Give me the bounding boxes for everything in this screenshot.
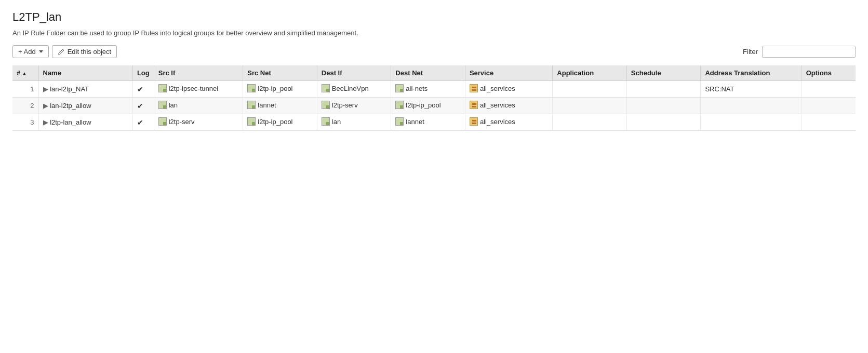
net-icon: [395, 84, 404, 92]
row-name-cell: ▶ lan-l2tp_allow: [38, 98, 132, 114]
cell-text: lannet: [406, 118, 424, 126]
row-srcnet-cell: l2tp-ip_pool: [243, 114, 317, 131]
col-header-name: Name: [38, 65, 132, 81]
service-icon: [470, 117, 478, 126]
col-header-address-translation: Address Translation: [701, 65, 802, 81]
col-header-srcnet: Src Net: [243, 65, 317, 81]
cell-icon-wrap: all_services: [470, 101, 515, 109]
cell-icon-wrap: lan: [322, 117, 341, 126]
row-options-cell: [802, 114, 856, 131]
row-number: 1: [12, 81, 38, 98]
net-icon: [247, 101, 256, 109]
add-button-label: + Add: [18, 48, 36, 56]
cell-icon-wrap: l2tp-serv: [158, 117, 195, 126]
edit-button[interactable]: Edit this object: [52, 45, 117, 58]
cell-text: all_services: [480, 118, 515, 126]
service-icon: [470, 101, 478, 109]
service-icon: [470, 84, 478, 92]
row-address-translation-cell: [701, 114, 802, 131]
row-destif-cell: lan: [317, 114, 391, 131]
cell-text: BeeLineVpn: [332, 85, 369, 92]
col-header-application: Application: [553, 65, 627, 81]
row-destif-cell: BeeLineVpn: [317, 81, 391, 98]
table-body: 1▶ lan-l2tp_NAT✔l2tp-ipsec-tunnell2tp-ip…: [12, 81, 856, 131]
row-options-cell: [802, 98, 856, 114]
row-schedule-cell: [626, 81, 701, 98]
cell-text: l2tp-ip_pool: [258, 85, 292, 92]
col-header-destif: Dest If: [317, 65, 391, 81]
row-application-cell: [553, 98, 627, 114]
col-header-hash[interactable]: #: [12, 65, 38, 81]
table-row[interactable]: 3▶ l2tp-lan_allow✔l2tp-servl2tp-ip_pooll…: [12, 114, 856, 131]
row-srcif-cell: lan: [154, 98, 243, 114]
row-srcnet-cell: lannet: [243, 98, 317, 114]
row-expand-icon[interactable]: ▶: [43, 118, 48, 126]
row-application-cell: [553, 81, 627, 98]
row-destif-cell: l2tp-serv: [317, 98, 391, 114]
cell-icon-wrap: l2tp-serv: [322, 101, 358, 109]
cell-text: lannet: [258, 101, 276, 109]
toolbar: + Add Edit this object Filter: [12, 45, 856, 58]
row-destnet-cell: l2tp-ip_pool: [391, 98, 465, 114]
filter-area: Filter: [743, 46, 856, 58]
cell-text: all_services: [480, 85, 515, 92]
rules-table: # Name Log Src If Src Net Dest If Dest N…: [12, 65, 856, 131]
row-name-cell: ▶ l2tp-lan_allow: [38, 114, 132, 131]
col-header-destnet: Dest Net: [391, 65, 465, 81]
row-destnet-cell: lannet: [391, 114, 465, 131]
add-button[interactable]: + Add: [12, 45, 49, 58]
page-title: L2TP_lan: [12, 10, 856, 24]
row-schedule-cell: [626, 114, 701, 131]
main-page: L2TP_lan An IP Rule Folder can be used t…: [0, 0, 868, 353]
log-checkmark: ✔: [137, 102, 143, 110]
cell-icon-wrap: lan: [158, 101, 178, 109]
net-icon: [322, 84, 330, 92]
row-service-cell: all_services: [465, 98, 552, 114]
row-name-cell: ▶ lan-l2tp_NAT: [38, 81, 132, 98]
cell-text: all-nets: [406, 85, 428, 92]
page-description: An IP Rule Folder can be used to group I…: [12, 29, 856, 37]
log-checkmark: ✔: [137, 85, 143, 93]
row-name-text: lan-l2tp_allow: [50, 102, 91, 110]
col-header-schedule: Schedule: [626, 65, 701, 81]
cell-text: l2tp-serv: [169, 118, 195, 126]
table-header: # Name Log Src If Src Net Dest If Dest N…: [12, 65, 856, 81]
table-row[interactable]: 1▶ lan-l2tp_NAT✔l2tp-ipsec-tunnell2tp-ip…: [12, 81, 856, 98]
net-icon: [158, 101, 167, 109]
row-expand-icon[interactable]: ▶: [43, 102, 48, 110]
filter-label: Filter: [743, 48, 758, 56]
row-service-cell: all_services: [465, 81, 552, 98]
toolbar-left: + Add Edit this object: [12, 45, 117, 58]
filter-input[interactable]: [762, 46, 856, 58]
add-dropdown-arrow-icon: [39, 50, 43, 53]
cell-text: l2tp-serv: [332, 101, 358, 109]
row-log-cell: ✔: [132, 81, 154, 98]
cell-text: l2tp-ip_pool: [406, 101, 440, 109]
col-header-srcif: Src If: [154, 65, 243, 81]
row-number: 3: [12, 114, 38, 131]
cell-icon-wrap: all_services: [470, 117, 515, 126]
row-application-cell: [553, 114, 627, 131]
row-destnet-cell: all-nets: [391, 81, 465, 98]
row-number: 2: [12, 98, 38, 114]
cell-icon-wrap: l2tp-ip_pool: [247, 117, 292, 126]
net-icon: [158, 117, 167, 126]
row-options-cell: [802, 81, 856, 98]
pencil-icon: [58, 48, 65, 56]
cell-text: lan: [332, 118, 341, 126]
cell-text: lan: [169, 101, 178, 109]
row-log-cell: ✔: [132, 114, 154, 131]
row-service-cell: all_services: [465, 114, 552, 131]
row-expand-icon[interactable]: ▶: [43, 85, 48, 93]
log-checkmark: ✔: [137, 118, 143, 127]
cell-icon-wrap: lannet: [247, 101, 276, 109]
cell-text: l2tp-ipsec-tunnel: [169, 85, 218, 92]
row-srcnet-cell: l2tp-ip_pool: [243, 81, 317, 98]
row-srcif-cell: l2tp-ipsec-tunnel: [154, 81, 243, 98]
net-icon: [322, 117, 330, 126]
cell-icon-wrap: l2tp-ip_pool: [247, 84, 292, 92]
cell-icon-wrap: l2tp-ipsec-tunnel: [158, 84, 218, 92]
net-icon: [395, 101, 404, 109]
table-row[interactable]: 2▶ lan-l2tp_allow✔lanlannetl2tp-servl2tp…: [12, 98, 856, 114]
edit-button-label: Edit this object: [68, 48, 112, 56]
